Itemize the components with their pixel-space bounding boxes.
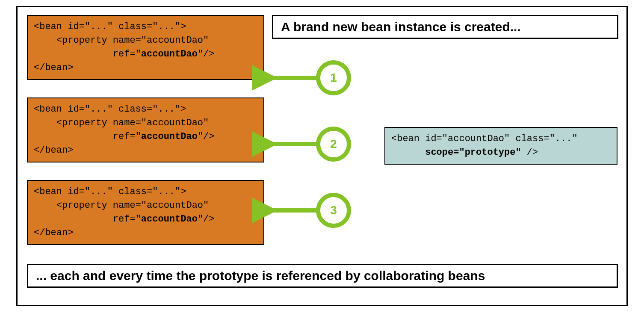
bean-line4: </bean>: [34, 227, 73, 238]
bean-line2: <property name="accountDao": [34, 118, 209, 128]
bean-box-2: <bean id="..." class="..."> <property na…: [27, 97, 264, 162]
bean-line3-bold: accountDao: [141, 49, 198, 59]
bean-line3-suffix: "/>: [198, 214, 215, 224]
bean-line4: </bean>: [34, 145, 73, 156]
title-bottom: ... each and every time the prototype is…: [27, 264, 618, 288]
step-number: 1: [330, 71, 337, 85]
bean-line3-bold: accountDao: [141, 131, 198, 142]
bean-line2: <property name="accountDao": [34, 200, 209, 211]
proto-line2-suffix: />: [521, 147, 538, 158]
bean-line1: <bean id="..." class="...">: [34, 21, 186, 32]
bean-line3-bold: accountDao: [141, 214, 198, 224]
proto-line2-prefix: [391, 147, 425, 158]
title-top: A brand new bean instance is created...: [272, 15, 618, 39]
prototype-bean-box: <bean id="accountDao" class="..." scope=…: [384, 127, 617, 165]
proto-line1: <bean id="accountDao" class="...": [391, 133, 578, 144]
bean-box-3: <bean id="..." class="..."> <property na…: [27, 180, 264, 245]
bean-box-1: <bean id="..." class="..."> <property na…: [27, 15, 264, 80]
bean-line2: <property name="accountDao": [34, 35, 209, 46]
bean-line3-prefix: ref=": [34, 214, 141, 224]
diagram-canvas: A brand new bean instance is created... …: [0, 0, 644, 313]
step-circle-3: 3: [316, 193, 351, 228]
bean-line3-prefix: ref=": [34, 131, 141, 142]
step-number: 3: [330, 204, 337, 217]
bean-line4: </bean>: [34, 62, 73, 73]
bean-line3-suffix: "/>: [198, 49, 215, 59]
diagram-frame: A brand new bean instance is created... …: [16, 6, 628, 306]
step-circle-1: 1: [316, 60, 351, 95]
bean-line1: <bean id="..." class="...">: [34, 104, 186, 115]
bean-line3-prefix: ref=": [34, 49, 141, 59]
bean-line1: <bean id="..." class="...">: [34, 186, 186, 197]
step-number: 2: [330, 137, 337, 151]
bean-line3-suffix: "/>: [198, 131, 215, 142]
proto-line2-bold: scope="prototype": [425, 147, 521, 158]
step-circle-2: 2: [316, 127, 351, 162]
